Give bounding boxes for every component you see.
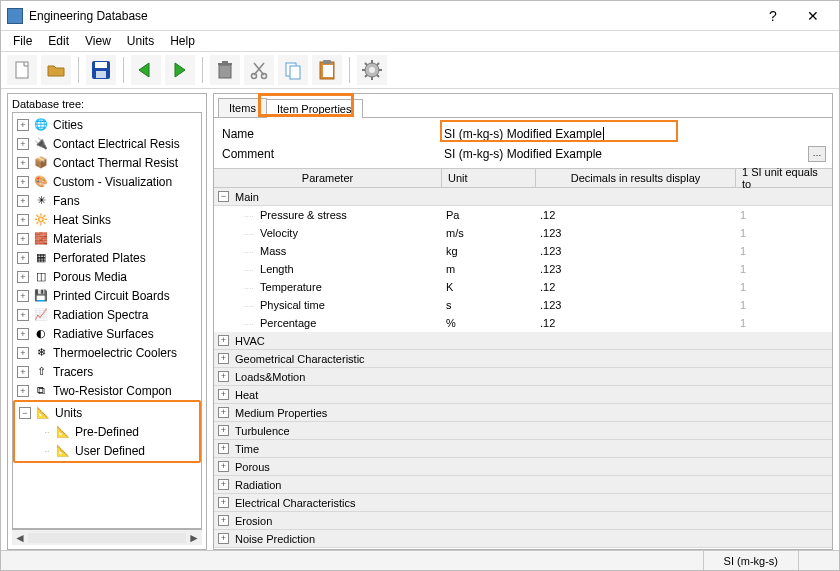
expand-icon[interactable]: + [17,271,29,283]
group-row[interactable]: +Porous [214,458,832,476]
expand-icon[interactable]: + [17,176,29,188]
tree-horizontal-scrollbar[interactable]: ◄► [12,529,202,545]
tree-item[interactable]: +❄Thermoelectric Coolers [13,343,201,362]
expand-icon[interactable]: + [218,479,229,490]
tree-item[interactable]: +⇧Tracers [13,362,201,381]
group-row[interactable]: +Geometrical Characteristic [214,350,832,368]
expand-icon[interactable]: + [218,389,229,400]
tree-item-userdefined[interactable]: ·· 📐 User Defined [15,441,199,460]
col-decimals[interactable]: Decimals in results display [536,169,736,187]
menu-edit[interactable]: Edit [40,32,77,50]
cell-si[interactable]: 1 [736,299,832,311]
expand-icon[interactable]: + [218,515,229,526]
col-unit[interactable]: Unit [442,169,536,187]
collapse-icon[interactable]: − [19,407,31,419]
copy-button[interactable] [278,55,308,85]
expand-icon[interactable]: + [218,371,229,382]
expand-icon[interactable]: + [218,443,229,454]
grid-row[interactable]: ····Pressure & stressPa.121 [214,206,832,224]
expand-icon[interactable]: + [17,328,29,340]
tree-item[interactable]: +▦Perforated Plates [13,248,201,267]
tree-item[interactable]: +🎨Custom - Visualization [13,172,201,191]
cell-unit[interactable]: kg [442,245,536,257]
cell-unit[interactable]: m [442,263,536,275]
tree-item[interactable]: +🌐Cities [13,115,201,134]
expand-icon[interactable]: + [218,353,229,364]
tab-items[interactable]: Items [218,98,267,117]
collapse-icon[interactable]: − [218,191,229,202]
expand-icon[interactable]: + [218,425,229,436]
cell-decimals[interactable]: .12 [536,281,736,293]
expand-icon[interactable]: + [17,233,29,245]
close-button[interactable]: ✕ [793,8,833,24]
tree-item[interactable]: +🧱Materials [13,229,201,248]
expand-icon[interactable]: + [17,138,29,150]
menu-view[interactable]: View [77,32,119,50]
grid-row[interactable]: ····Physical times.1231 [214,296,832,314]
grid-row[interactable]: ····Masskg.1231 [214,242,832,260]
cell-unit[interactable]: Pa [442,209,536,221]
group-row[interactable]: +Turbulence [214,422,832,440]
cell-decimals[interactable]: .123 [536,245,736,257]
group-row[interactable]: +Heat [214,386,832,404]
grid-row[interactable]: ····Velocitym/s.1231 [214,224,832,242]
expand-icon[interactable]: + [218,533,229,544]
property-grid[interactable]: −Main····Pressure & stressPa.121····Velo… [214,188,832,548]
cell-unit[interactable]: % [442,317,536,329]
new-button[interactable] [7,55,37,85]
col-parameter[interactable]: Parameter [214,169,442,187]
tree-item[interactable]: +💾Printed Circuit Boards [13,286,201,305]
expand-icon[interactable]: + [17,119,29,131]
expand-icon[interactable]: + [17,309,29,321]
tree-item[interactable]: +🔆Heat Sinks [13,210,201,229]
group-main[interactable]: −Main [214,188,832,206]
cell-si[interactable]: 1 [736,227,832,239]
group-row[interactable]: +Electrical Characteristics [214,494,832,512]
settings-button[interactable] [357,55,387,85]
comment-browse-button[interactable]: … [808,146,826,162]
database-tree[interactable]: +🌐Cities+🔌Contact Electrical Resis+📦Cont… [13,113,201,528]
cell-si[interactable]: 1 [736,317,832,329]
cell-unit[interactable]: s [442,299,536,311]
menu-help[interactable]: Help [162,32,203,50]
cell-si[interactable]: 1 [736,245,832,257]
tree-item[interactable]: +📈Radiation Spectra [13,305,201,324]
tree-item[interactable]: +◫Porous Media [13,267,201,286]
name-field[interactable]: SI (m-kg-s) Modified Example [440,127,826,141]
cell-unit[interactable]: K [442,281,536,293]
comment-field[interactable]: SI (m-kg-s) Modified Example [440,147,802,161]
menu-file[interactable]: File [5,32,40,50]
cell-si[interactable]: 1 [736,209,832,221]
menu-units[interactable]: Units [119,32,162,50]
expand-icon[interactable]: + [218,497,229,508]
tree-item-predefined[interactable]: ·· 📐 Pre-Defined [15,422,199,441]
cell-decimals[interactable]: .12 [536,209,736,221]
group-row[interactable]: +Radiation [214,476,832,494]
open-button[interactable] [41,55,71,85]
cell-decimals[interactable]: .123 [536,299,736,311]
tree-item[interactable]: +📦Contact Thermal Resist [13,153,201,172]
expand-icon[interactable]: + [17,252,29,264]
grid-row[interactable]: ····Percentage%.121 [214,314,832,332]
expand-icon[interactable]: + [17,385,29,397]
expand-icon[interactable]: + [17,347,29,359]
tree-item[interactable]: +◐Radiative Surfaces [13,324,201,343]
tree-item[interactable]: +⧉Two-Resistor Compon [13,381,201,400]
help-button[interactable]: ? [753,8,793,24]
grid-row[interactable]: ····TemperatureK.121 [214,278,832,296]
expand-icon[interactable]: + [218,407,229,418]
cut-button[interactable] [244,55,274,85]
col-si-equals[interactable]: 1 SI unit equals to [736,169,832,187]
cell-si[interactable]: 1 [736,263,832,275]
group-row[interactable]: +Medium Properties [214,404,832,422]
back-button[interactable] [131,55,161,85]
forward-button[interactable] [165,55,195,85]
tree-item-units[interactable]: − 📐 Units [15,403,199,422]
group-row[interactable]: +Noise Prediction [214,530,832,548]
expand-icon[interactable]: + [218,461,229,472]
grid-row[interactable]: ····Lengthm.1231 [214,260,832,278]
delete-button[interactable] [210,55,240,85]
expand-icon[interactable]: + [17,157,29,169]
expand-icon[interactable]: + [17,195,29,207]
expand-icon[interactable]: + [17,290,29,302]
